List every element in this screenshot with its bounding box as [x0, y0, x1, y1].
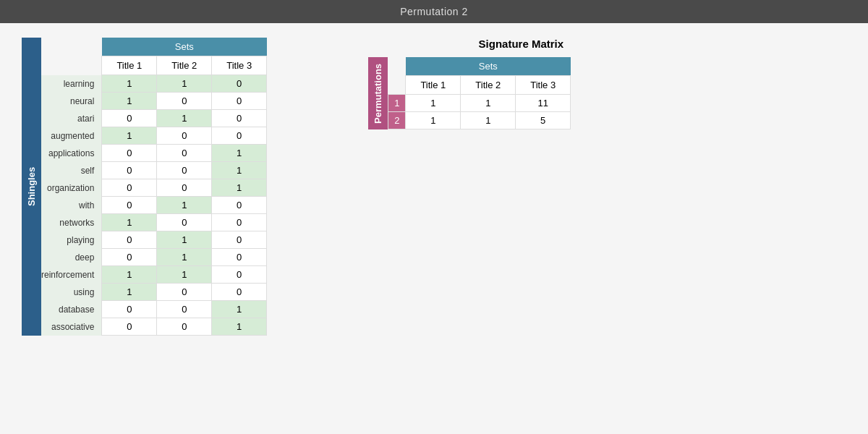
table-row: with010 [41, 197, 267, 214]
table-row: atari010 [41, 110, 267, 127]
shingles-matrix-wrapper: Shingles SetsTitle 1Title 2Title 3learni… [22, 38, 267, 336]
cell-12-0: 1 [102, 284, 157, 301]
row-label-reinforcement: reinforcement [41, 266, 102, 284]
sig-cell-1-0: 1 [406, 112, 461, 129]
shingles-label: Shingles [22, 38, 41, 336]
perm-num-2: 2 [388, 112, 406, 129]
row-label-using: using [41, 284, 102, 301]
row-label-deep: deep [41, 249, 102, 266]
top-bar: Permutation 2 [0, 0, 868, 23]
table-row: using100 [41, 284, 267, 301]
cell-4-0: 0 [102, 145, 157, 162]
cell-12-1: 0 [157, 284, 212, 301]
cell-14-0: 0 [102, 318, 157, 336]
cell-8-1: 0 [157, 214, 212, 231]
signature-table: SetsTitle 1Title 2Title 3111112115 [388, 57, 571, 129]
cell-8-0: 1 [102, 214, 157, 231]
cell-6-2: 1 [212, 179, 267, 197]
cell-4-2: 1 [212, 145, 267, 162]
top-bar-title: Permutation 2 [400, 6, 468, 17]
table-row: organization001 [41, 179, 267, 197]
cell-9-2: 0 [212, 231, 267, 249]
row-label-neural: neural [41, 93, 102, 110]
cell-1-1: 0 [157, 93, 212, 110]
sig-sets-header: Sets [406, 57, 571, 76]
cell-5-0: 0 [102, 162, 157, 179]
row-label-associative: associative [41, 318, 102, 336]
row-label-with: with [41, 197, 102, 214]
row-label-self: self [41, 162, 102, 179]
cell-11-2: 0 [212, 266, 267, 284]
cell-4-1: 0 [157, 145, 212, 162]
row-label-learning: learning [41, 75, 102, 93]
signature-matrix-title: Signature Matrix [368, 38, 563, 50]
cell-13-0: 0 [102, 301, 157, 318]
cell-9-1: 1 [157, 231, 212, 249]
sig-empty-corner-2 [388, 76, 406, 95]
table-row: database001 [41, 301, 267, 318]
table-row: learning110 [41, 75, 267, 93]
sig-empty-corner [388, 57, 406, 76]
cell-10-2: 0 [212, 249, 267, 266]
cell-5-1: 0 [157, 162, 212, 179]
table-row: applications001 [41, 145, 267, 162]
cell-10-1: 1 [157, 249, 212, 266]
sig-cell-0-2: 11 [516, 95, 571, 112]
cell-3-2: 0 [212, 127, 267, 145]
permutations-label: Permutations [368, 57, 388, 129]
cell-10-0: 0 [102, 249, 157, 266]
perm-num-1: 1 [388, 95, 406, 112]
sets-header: Sets [102, 38, 267, 56]
cell-6-0: 0 [102, 179, 157, 197]
cell-14-2: 1 [212, 318, 267, 336]
cell-8-2: 0 [212, 214, 267, 231]
empty-corner-2 [41, 56, 102, 75]
cell-0-0: 1 [102, 75, 157, 93]
cell-13-1: 0 [157, 301, 212, 318]
row-label-atari: atari [41, 110, 102, 127]
row-label-networks: networks [41, 214, 102, 231]
table-row: reinforcement110 [41, 266, 267, 284]
cell-13-2: 1 [212, 301, 267, 318]
cell-7-2: 0 [212, 197, 267, 214]
row-label-organization: organization [41, 179, 102, 197]
title-header-1: Title 1 [102, 56, 157, 75]
sig-cell-0-0: 1 [406, 95, 461, 112]
row-label-augmented: augmented [41, 127, 102, 145]
cell-1-2: 0 [212, 93, 267, 110]
table-row: neural100 [41, 93, 267, 110]
table-row: associative001 [41, 318, 267, 336]
cell-1-0: 1 [102, 93, 157, 110]
title-header-2: Title 2 [157, 56, 212, 75]
cell-3-0: 1 [102, 127, 157, 145]
sig-cell-1-2: 5 [516, 112, 571, 129]
sig-table-row: 11111 [388, 95, 571, 112]
sig-title-header-2: Title 2 [461, 76, 516, 95]
sig-cell-0-1: 1 [461, 95, 516, 112]
sig-title-header-3: Title 3 [516, 76, 571, 95]
cell-0-2: 0 [212, 75, 267, 93]
sig-cell-1-1: 1 [461, 112, 516, 129]
cell-2-0: 0 [102, 110, 157, 127]
cell-3-1: 0 [157, 127, 212, 145]
empty-corner [41, 38, 102, 56]
cell-2-2: 0 [212, 110, 267, 127]
left-section: Shingles SetsTitle 1Title 2Title 3learni… [22, 38, 267, 336]
row-label-database: database [41, 301, 102, 318]
cell-5-2: 1 [212, 162, 267, 179]
shingles-table: SetsTitle 1Title 2Title 3learning110neur… [41, 38, 267, 336]
sig-title-header-1: Title 1 [406, 76, 461, 95]
table-row: networks100 [41, 214, 267, 231]
cell-9-0: 0 [102, 231, 157, 249]
cell-12-2: 0 [212, 284, 267, 301]
right-section: Signature Matrix Permutations SetsTitle … [368, 38, 571, 336]
sig-table-row: 2115 [388, 112, 571, 129]
main-content: Shingles SetsTitle 1Title 2Title 3learni… [0, 23, 868, 350]
cell-7-1: 1 [157, 197, 212, 214]
table-row: augmented100 [41, 127, 267, 145]
cell-0-1: 1 [157, 75, 212, 93]
row-label-playing: playing [41, 231, 102, 249]
table-row: playing010 [41, 231, 267, 249]
row-label-applications: applications [41, 145, 102, 162]
title-header-3: Title 3 [212, 56, 267, 75]
